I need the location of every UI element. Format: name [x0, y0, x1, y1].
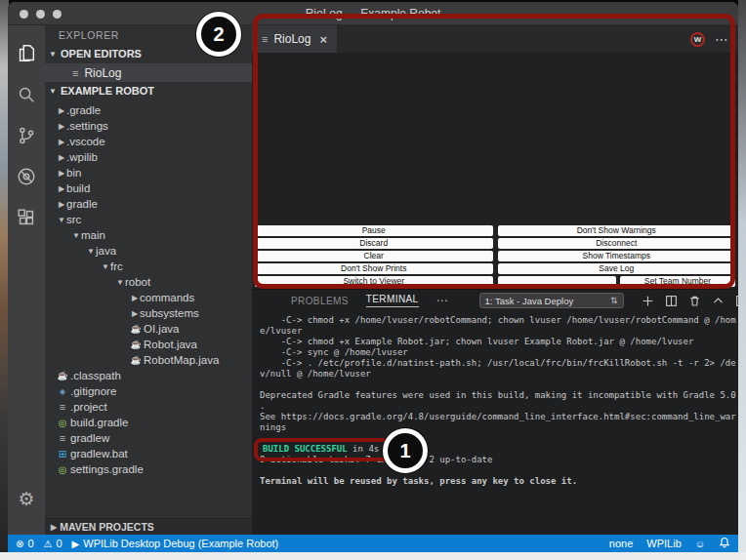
tree-item[interactable]: ▶subsystems	[45, 305, 252, 321]
more-actions-icon[interactable]: ⋯	[715, 31, 728, 47]
tree-item-label: frc	[110, 260, 123, 272]
terminal-line: Deprecated Gradle features were used in …	[260, 390, 738, 401]
windows-file-icon: ⊞	[57, 449, 68, 460]
riolog-button-pause[interactable]: Pause	[255, 225, 493, 236]
new-terminal-icon[interactable]	[642, 295, 654, 307]
explorer-sidebar: EXPLORER ▼ OPEN EDITORS ≡ RioLog ▼ EXAMP…	[45, 25, 252, 535]
status-wpilib-item[interactable]: WPILib	[646, 538, 681, 549]
tree-item[interactable]: ▼main	[45, 227, 252, 243]
tree-item[interactable]: ☕OI.java	[45, 321, 252, 337]
chevron-right-icon: ▶	[130, 309, 140, 318]
errors-count: 0	[27, 538, 33, 549]
launch-config[interactable]: ▶ WPILib Desktop Debug (Example Robot)	[72, 538, 279, 549]
terminal-output[interactable]: -C-> chmod +x /home/lvuser/robotCommand;…	[252, 311, 738, 487]
tree-item[interactable]: ▶bin	[45, 165, 252, 180]
terminal-select-value: 1: Task - Java Deploy	[485, 296, 574, 306]
terminal-panel: PROBLEMS TERMINAL ⋯ 1: Task - Java Deplo…	[252, 289, 738, 535]
riolog-button-set-team-number[interactable]: Set Team Number	[620, 276, 735, 287]
riolog-button-save-log[interactable]: Save Log	[498, 263, 736, 274]
chevron-right-icon: ▶	[57, 138, 66, 146]
status-none-item[interactable]: none	[609, 538, 633, 549]
split-terminal-icon[interactable]	[665, 295, 678, 307]
tree-item-label: java	[96, 245, 116, 257]
tree-item[interactable]: ▶commands	[45, 290, 252, 305]
tree-item[interactable]: ◎settings.gradle	[45, 461, 252, 477]
wpilib-command-icon[interactable]: W	[690, 32, 705, 47]
terminal-line: -C-> . /etc/profile.d/natinst-path.sh; /…	[260, 358, 738, 369]
open-editor-item-riolog[interactable]: ≡ RioLog	[45, 63, 252, 82]
tree-item[interactable]: ▶.settings	[45, 118, 252, 134]
notifications-bell-icon[interactable]	[719, 537, 730, 550]
tree-item[interactable]: ☕.classpath	[45, 368, 252, 383]
maximize-panel-icon[interactable]	[712, 295, 725, 307]
maven-projects-section[interactable]: ▶ MAVEN PROJECTS	[45, 518, 252, 535]
build-duration-text: in 4s	[348, 444, 380, 454]
riolog-button-switch-to-viewer[interactable]: Switch to Viewer	[255, 276, 493, 287]
tree-item[interactable]: ▼frc	[45, 259, 252, 274]
java-file-icon: ☕	[130, 340, 142, 349]
tree-item[interactable]: ▶.gradle	[45, 102, 252, 118]
panel-more-icon[interactable]: ⋯	[436, 294, 448, 307]
search-icon[interactable]	[8, 74, 45, 115]
window-controls[interactable]	[20, 10, 62, 19]
tree-item[interactable]: ◆.gitignore	[45, 383, 252, 399]
kill-terminal-trash-icon[interactable]	[688, 295, 701, 307]
chevron-right-icon: ▶	[57, 106, 66, 115]
tree-item[interactable]: ▼java	[45, 243, 252, 259]
tree-item-label: .gradle	[66, 104, 101, 116]
debug-icon[interactable]	[8, 156, 45, 197]
tree-item[interactable]: ▶.vscode	[45, 134, 252, 149]
java-file-icon: ☕	[130, 355, 142, 365]
riolog-button-discard[interactable]: Discard	[255, 238, 493, 249]
explorer-icon[interactable]	[8, 33, 45, 74]
tab-riolog[interactable]: ≡ RioLog ×	[252, 25, 337, 53]
warnings-indicator[interactable]: ⚠ 0	[44, 538, 62, 549]
riolog-button-show-timestamps[interactable]: Show Timestamps	[498, 251, 736, 261]
tab-label: RioLog	[273, 32, 311, 46]
open-editors-label: OPEN EDITORS	[61, 45, 142, 63]
tree-item-label: gradlew.bat	[70, 448, 128, 460]
riolog-button-disconnect[interactable]: Disconnect	[498, 238, 736, 249]
gradle-file-icon: ◎	[57, 464, 68, 475]
project-section[interactable]: ▼ EXAMPLE ROBOT	[45, 82, 252, 100]
source-control-icon[interactable]	[8, 115, 45, 156]
tree-item-label: robot	[125, 276, 150, 288]
tree-item[interactable]: ▼src	[45, 212, 252, 227]
close-tab-icon[interactable]: ×	[319, 32, 327, 47]
tree-item-label: OI.java	[144, 323, 179, 335]
tree-item[interactable]: ▶gradle	[45, 196, 252, 212]
tree-item[interactable]: ▶.wpilib	[45, 149, 252, 165]
open-editor-label: RioLog	[84, 66, 121, 80]
extensions-icon[interactable]	[8, 197, 45, 238]
errors-indicator[interactable]: ⊗ 0	[16, 538, 34, 549]
tab-problems[interactable]: PROBLEMS	[291, 296, 349, 306]
riolog-button-clear[interactable]: Clear	[255, 251, 493, 261]
zoom-window-icon[interactable]	[53, 10, 62, 19]
launch-config-label: WPILib Desktop Debug (Example Robot)	[83, 538, 278, 549]
team-number-input[interactable]	[498, 276, 617, 287]
tree-item[interactable]: ⊞gradlew.bat	[45, 446, 252, 461]
close-window-icon[interactable]	[20, 10, 28, 19]
tree-item[interactable]: ▶build	[45, 180, 252, 196]
tree-item[interactable]: ▼robot	[45, 274, 252, 290]
tab-terminal[interactable]: TERMINAL	[366, 294, 419, 307]
file-lines-icon: ≡	[72, 67, 78, 79]
chevron-down-icon: ▼	[57, 216, 66, 224]
tree-item[interactable]: ≡gradlew	[45, 430, 252, 446]
terminal-line: -C-> sync @ /home/lvuser	[260, 347, 738, 358]
settings-gear-icon[interactable]: ⚙	[8, 478, 45, 519]
tree-item[interactable]: ≡.project	[45, 399, 252, 415]
terminal-select-dropdown[interactable]: 1: Task - Java Deploy ⇅	[479, 293, 624, 308]
tree-item[interactable]: ☕RobotMap.java	[45, 352, 252, 368]
feedback-smiley-icon[interactable]: ☺	[695, 539, 705, 549]
chevron-down-icon: ▼	[86, 247, 96, 256]
tree-item[interactable]: ◎build.gradle	[45, 415, 252, 430]
riolog-button-don-t-show-warnings[interactable]: Don't Show Warnings	[498, 225, 736, 236]
minimize-window-icon[interactable]	[36, 10, 45, 19]
vscode-window: RioLog — Example Robot ⚙	[8, 2, 738, 552]
tree-item[interactable]: ☕Robot.java	[45, 337, 252, 352]
riolog-button-don-t-show-prints[interactable]: Don't Show Prints	[255, 263, 493, 274]
toggle-panel-layout-icon[interactable]	[735, 295, 738, 307]
terminal-line: e/lvuser	[260, 326, 738, 337]
select-arrows-icon: ⇅	[610, 296, 618, 305]
